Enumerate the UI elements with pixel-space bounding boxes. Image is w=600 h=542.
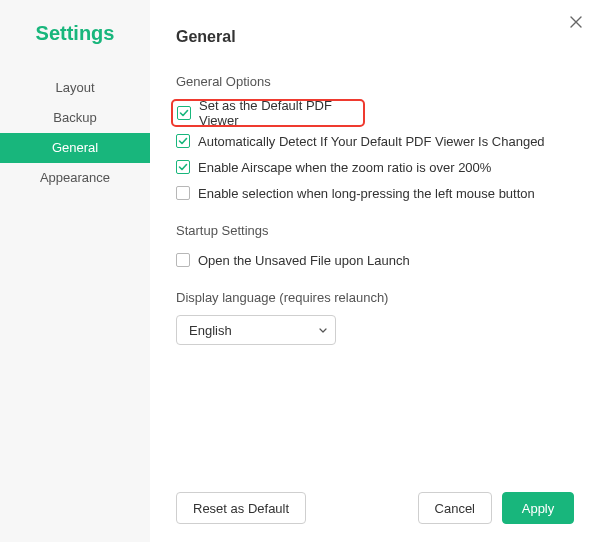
label-default-viewer: Set as the Default PDF Viewer [199,98,359,128]
label-open-unsaved: Open the Unsaved File upon Launch [198,253,410,268]
apply-button[interactable]: Apply [502,492,574,524]
reset-button[interactable]: Reset as Default [176,492,306,524]
chevron-down-icon [319,323,327,338]
main-pane: General General Options Set as the Defau… [150,0,600,542]
footer: Reset as Default Cancel Apply [176,492,574,524]
general-options-label: General Options [176,74,574,89]
checkbox-auto-detect[interactable] [176,134,190,148]
checkbox-longpress[interactable] [176,186,190,200]
label-longpress: Enable selection when long-pressing the … [198,186,535,201]
cancel-button[interactable]: Cancel [418,492,492,524]
sidebar-item-layout[interactable]: Layout [0,73,150,103]
language-select[interactable]: English [176,315,336,345]
language-selected: English [189,323,232,338]
sidebar-item-backup[interactable]: Backup [0,103,150,133]
language-label: Display language (requires relaunch) [176,290,574,305]
highlighted-option: Set as the Default PDF Viewer [171,99,365,127]
page-title: General [176,28,574,46]
checkbox-airscape[interactable] [176,160,190,174]
checkbox-default-viewer[interactable] [177,106,191,120]
sidebar-item-appearance[interactable]: Appearance [0,163,150,193]
option-auto-detect: Automatically Detect If Your Default PDF… [176,129,574,153]
label-auto-detect: Automatically Detect If Your Default PDF… [198,134,545,149]
checkbox-open-unsaved[interactable] [176,253,190,267]
option-open-unsaved: Open the Unsaved File upon Launch [176,248,574,272]
label-airscape: Enable Airscape when the zoom ratio is o… [198,160,491,175]
startup-settings-label: Startup Settings [176,223,574,238]
option-longpress: Enable selection when long-pressing the … [176,181,574,205]
sidebar: Settings Layout Backup General Appearanc… [0,0,150,542]
sidebar-item-general[interactable]: General [0,133,150,163]
option-airscape: Enable Airscape when the zoom ratio is o… [176,155,574,179]
settings-title: Settings [0,22,150,45]
